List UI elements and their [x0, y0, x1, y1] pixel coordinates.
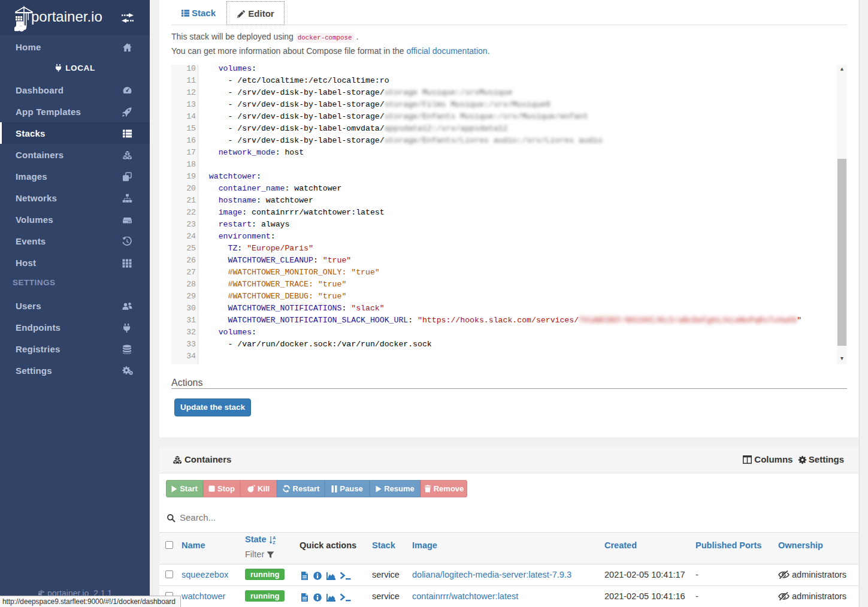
svg-text:Z: Z [273, 540, 276, 544]
svg-text:A: A [273, 536, 276, 540]
